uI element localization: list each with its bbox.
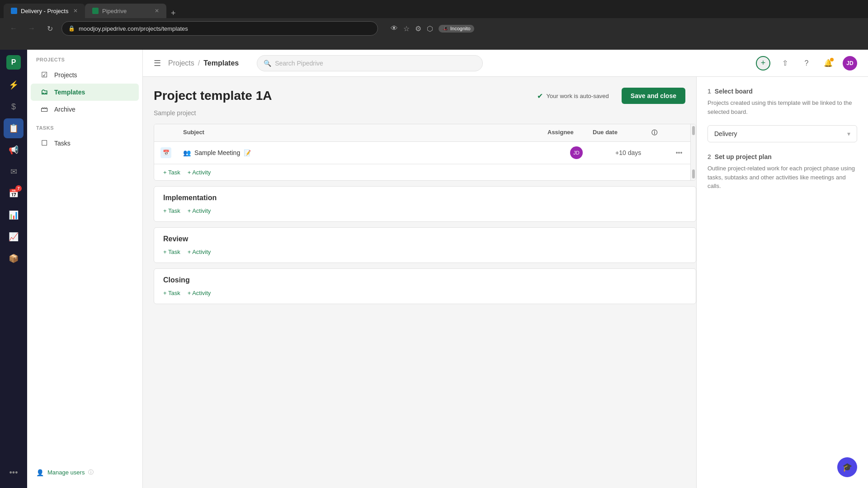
help-widget[interactable]: 🎓 (837, 457, 857, 477)
icon-rail-box[interactable]: 📦 (4, 249, 24, 268)
impl-add-activity-btn[interactable]: + Activity (188, 207, 211, 214)
section-implementation-title: Implementation (163, 194, 687, 202)
closing-add-activity-btn[interactable]: + Activity (188, 290, 211, 296)
breadcrumb-parent[interactable]: Projects (168, 59, 194, 67)
nav-projects-label: Projects (54, 71, 77, 79)
icon-rail-deals[interactable]: $ (4, 97, 24, 117)
new-tab-button[interactable]: + (166, 9, 180, 18)
table-header: Subject Assignee Due date ⓘ (154, 124, 690, 142)
extension-icon: ⚙ (415, 24, 421, 33)
section-closing-actions: + Task + Activity (163, 290, 687, 296)
section-implementation: Implementation + Task + Activity (154, 186, 696, 222)
right-panel: 1 Select board Projects created using th… (696, 77, 868, 488)
address-bar[interactable]: 🔒 moodjoy.pipedrive.com/projects/templat… (61, 21, 378, 36)
nav-item-archive[interactable]: 🗃 Archive (31, 101, 139, 118)
td-checkbox[interactable]: 📅 (154, 143, 177, 163)
projects-section-label: PROJECTS (27, 57, 142, 66)
th-subject: Subject (177, 124, 541, 141)
app: P ⚡ $ 📋 📢 ✉ 📅 📊 📈 📦 ••• PROJECTS ☑ Proje… (0, 50, 868, 488)
projects-icon: ☑ (40, 70, 49, 79)
back-button[interactable]: ← (7, 22, 20, 35)
section-closing-title: Closing (163, 276, 687, 284)
project-subtitle: Sample project (154, 109, 696, 117)
templates-icon: 🗂 (40, 88, 49, 96)
tab-delivery[interactable]: Delivery - Projects ✕ (4, 4, 85, 18)
td-actions[interactable]: ••• (668, 145, 690, 161)
scroll-thumb-top (692, 126, 695, 135)
icon-rail-projects[interactable]: 📋 (4, 118, 24, 138)
icon-rail-calendar[interactable]: 📅 (4, 183, 24, 203)
th-checkbox (154, 124, 177, 141)
nav-item-tasks[interactable]: ☐ Tasks (31, 134, 139, 152)
top-header: ☰ Projects / Templates 🔍 Search Pipedriv… (143, 50, 868, 77)
manage-users-link[interactable]: 👤 Manage users ⓘ (27, 464, 142, 481)
first-add-activity-btn[interactable]: + Activity (188, 169, 211, 176)
td-assignee: JD (564, 142, 609, 164)
incognito-label: Incognito (450, 26, 471, 31)
tab-close-pipedrive[interactable]: ✕ (155, 8, 159, 14)
logo-letter: P (11, 58, 16, 66)
step2-desc: Outline project-related work for each pr… (708, 164, 857, 191)
review-add-activity-btn[interactable]: + Activity (188, 249, 211, 255)
step1-num: 1 (708, 88, 711, 95)
pipedrive-logo[interactable]: P (6, 55, 21, 70)
sections-wrapper: Subject Assignee Due date ⓘ 📅 (154, 124, 696, 488)
browser-right-icons: 👁 ☆ ⚙ ⬡ 🎩 Incognito (391, 24, 474, 33)
notification-dot (830, 58, 834, 61)
menu-toggle-icon[interactable]: ☰ (154, 58, 161, 68)
forward-button[interactable]: → (25, 22, 38, 35)
icon-rail-megaphone[interactable]: 📢 (4, 140, 24, 160)
share-button[interactable]: ⇧ (778, 56, 792, 70)
incognito-hat-icon: 🎩 (442, 26, 448, 32)
tasks-icon: ☐ (40, 139, 49, 147)
search-bar[interactable]: 🔍 Search Pipedrive (257, 55, 483, 71)
manage-users-info-icon: ⓘ (88, 469, 94, 476)
icon-rail-chart[interactable]: 📊 (4, 205, 24, 225)
help-button[interactable]: ? (799, 56, 814, 70)
subject-user-icon: 👥 (183, 149, 191, 156)
editor-area: Project template 1A ✔ Your work is auto-… (143, 77, 868, 488)
add-button[interactable]: + (756, 56, 770, 70)
icon-rail-activity[interactable]: ⚡ (4, 75, 24, 95)
search-icon: 🔍 (264, 60, 271, 67)
nav-item-templates[interactable]: 🗂 Templates (31, 84, 139, 101)
reload-button[interactable]: ↻ (43, 22, 56, 35)
eye-off-icon: 👁 (391, 24, 398, 33)
review-add-task-btn[interactable]: + Task (163, 249, 180, 255)
closing-add-task-btn[interactable]: + Task (163, 290, 180, 296)
assignee-avatar[interactable]: JD (570, 146, 583, 159)
tab-favicon-pipedrive (92, 8, 99, 14)
step1-desc: Projects created using this template wil… (708, 99, 857, 116)
first-add-task-btn[interactable]: + Task (163, 169, 180, 176)
table-scrollbar[interactable] (690, 124, 696, 180)
note-icon: 📝 (244, 150, 251, 156)
nav-sidebar: PROJECTS ☑ Projects 🗂 Templates 🗃 Archiv… (27, 50, 143, 488)
meeting-icon: 📅 (160, 147, 171, 158)
save-close-button[interactable]: Save and close (622, 88, 685, 104)
manage-users-label: Manage users (47, 469, 85, 476)
step1-title: 1 Select board (708, 88, 857, 95)
tab-close-delivery[interactable]: ✕ (73, 8, 78, 14)
sections-inner: Subject Assignee Due date ⓘ 📅 (154, 124, 696, 488)
subject-text[interactable]: Sample Meeting (194, 149, 240, 156)
td-duedate[interactable]: +10 days (609, 145, 668, 161)
archive-icon: 🗃 (40, 105, 49, 113)
lock-icon: 🔒 (68, 25, 75, 32)
autosave-icon: ✔ (537, 92, 543, 100)
tab-pipedrive[interactable]: Pipedrive ✕ (85, 4, 166, 18)
editor-main: Project template 1A ✔ Your work is auto-… (143, 77, 696, 488)
section-review-actions: + Task + Activity (163, 249, 687, 255)
incognito-badge: 🎩 Incognito (439, 25, 474, 33)
avatar[interactable]: JD (843, 56, 857, 70)
impl-add-task-btn[interactable]: + Task (163, 207, 180, 214)
nav-item-projects[interactable]: ☑ Projects (31, 66, 139, 84)
graduation-cap-icon: 🎓 (842, 462, 852, 472)
icon-rail-trend[interactable]: 📈 (4, 227, 24, 247)
icon-rail-more[interactable]: ••• (4, 463, 24, 483)
section-review-title: Review (163, 235, 687, 243)
icon-rail-inbox[interactable]: ✉ (4, 162, 24, 182)
notifications-button[interactable]: 🔔 (821, 56, 835, 70)
step1-dropdown[interactable]: Delivery ▾ (708, 125, 857, 142)
tab-label-delivery: Delivery - Projects (21, 8, 68, 14)
th-info: ⓘ (645, 124, 668, 141)
